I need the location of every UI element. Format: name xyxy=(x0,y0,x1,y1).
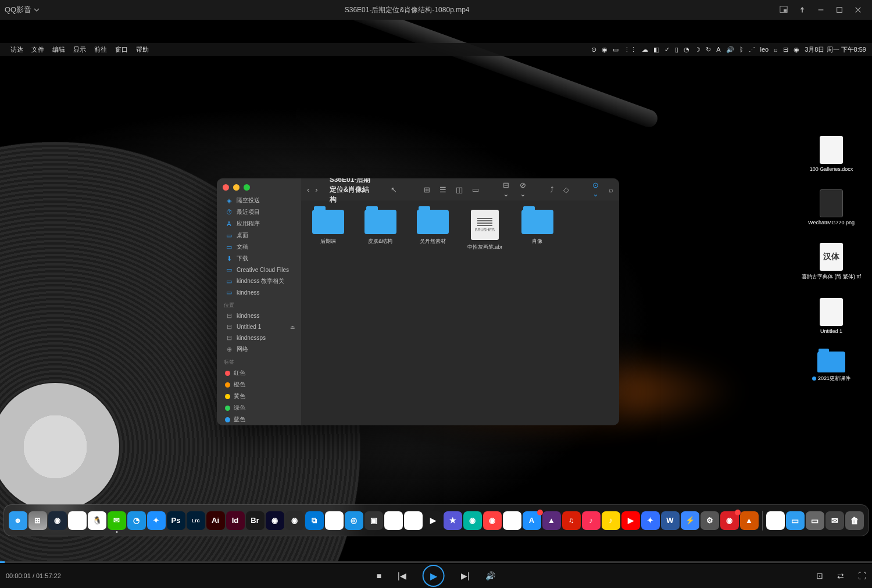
file-item[interactable]: 肖像 xyxy=(516,210,558,251)
bar-icon[interactable]: ▯ xyxy=(675,46,678,53)
desktop-item[interactable]: 汉体喜鹊古字典体 (简 繁体).ttf xyxy=(796,243,866,281)
dock-app-screenshot[interactable]: ▣ xyxy=(364,511,383,530)
sidebar-item[interactable]: A应用程序 xyxy=(217,218,301,230)
playlist-button[interactable]: ⇄ xyxy=(837,571,844,580)
menu-file[interactable]: 文件 xyxy=(31,45,44,54)
file-item[interactable]: BRUSHES中性灰画笔.abr xyxy=(464,210,506,251)
dock-app-word[interactable]: W xyxy=(661,511,680,530)
group-menu[interactable]: ⊟ ⌄ xyxy=(503,181,510,198)
dock-app-stats[interactable]: ▦ xyxy=(325,511,344,530)
moon-icon[interactable]: ☽ xyxy=(695,46,701,53)
dock-app-finder[interactable]: ☻ xyxy=(9,511,27,530)
screen-icon[interactable]: ▭ xyxy=(613,46,619,53)
dock-app-youtube[interactable]: ▶ xyxy=(621,511,640,530)
dock-app-lightroom[interactable]: Lrc xyxy=(187,511,205,530)
sidebar-item[interactable]: ▭桌面 xyxy=(217,230,301,241)
tag-button[interactable]: ◇ xyxy=(563,185,569,194)
spotlight-icon[interactable]: ⌕ xyxy=(774,46,778,53)
dock-app-wps[interactable]: W xyxy=(404,511,423,530)
close-traffic[interactable] xyxy=(223,184,229,191)
desktop-item[interactable]: WechatIMG770.png xyxy=(796,189,866,225)
dock-app-app2[interactable]: ◎ xyxy=(345,511,363,530)
desktop-item[interactable]: 100 Galleries.docx xyxy=(796,136,866,172)
dock-app-illustrator[interactable]: Ai xyxy=(206,511,225,530)
dock-app-affinity[interactable]: ▲ xyxy=(542,511,561,530)
menu-window[interactable]: 窗口 xyxy=(115,45,128,54)
dock-app-music[interactable]: ♪ xyxy=(582,511,601,530)
note-icon[interactable]: ✓ xyxy=(664,46,670,53)
ontop-button[interactable] xyxy=(793,3,812,17)
share-button[interactable]: ⤴ xyxy=(550,185,554,194)
dock-app-downloads[interactable]: ▭ xyxy=(786,511,805,530)
sidebar-tag[interactable]: 蓝色 xyxy=(217,414,301,425)
sidebar-tag[interactable]: 红色 xyxy=(217,367,301,379)
bluetooth-icon[interactable]: ᛒ xyxy=(739,46,744,53)
sidebar-item[interactable]: ⊟kindnessps xyxy=(217,332,301,343)
dock-app-bridge[interactable]: Br xyxy=(246,511,265,530)
dock-app-wechat[interactable]: ✉ xyxy=(108,511,126,530)
sidebar-tag[interactable]: 橙色 xyxy=(217,379,301,390)
search-button[interactable]: ⌕ xyxy=(609,185,613,194)
snapshot-button[interactable]: ⊡ xyxy=(816,571,823,580)
sidebar-item[interactable]: ▭kindness 教学相关 xyxy=(217,275,301,287)
input-icon[interactable]: A xyxy=(716,46,720,53)
back-button[interactable]: ‹ xyxy=(307,185,309,194)
control-center-icon[interactable]: ⊟ xyxy=(783,46,788,53)
minimize-traffic[interactable] xyxy=(233,184,240,191)
dock-app-captureone[interactable]: ◉ xyxy=(266,511,284,530)
volume-button[interactable]: 🔊 xyxy=(485,571,495,580)
sidebar-item[interactable]: ▭kindness xyxy=(217,287,301,298)
sidebar-item[interactable]: ⬇下载 xyxy=(217,253,301,264)
eject-icon[interactable]: ⏏ xyxy=(290,324,295,330)
dock-app-appstore[interactable]: A xyxy=(523,511,541,530)
dock-app-netease[interactable]: ♫ xyxy=(562,511,581,530)
close-button[interactable] xyxy=(849,3,867,17)
dock-app-feishu[interactable]: ✦ xyxy=(641,511,660,530)
menu-help[interactable]: 帮助 xyxy=(136,45,149,54)
forward-button[interactable]: › xyxy=(315,185,317,194)
datetime-label[interactable]: 3月8日 周一 下午8:59 xyxy=(805,45,866,54)
app-icon[interactable]: ⋮⋮ xyxy=(624,46,637,53)
maximize-button[interactable] xyxy=(830,3,849,17)
finder-file-grid[interactable]: 后期课皮肤&结构吴丹然素材BRUSHES中性灰画笔.abr肖像 xyxy=(301,200,619,425)
dock-app-thunder[interactable]: ⚡ xyxy=(681,511,699,530)
prev-button[interactable]: |◀ xyxy=(398,571,406,580)
sidebar-item[interactable]: ▭文稿 xyxy=(217,241,301,253)
dock-app-qq[interactable]: 🐧 xyxy=(88,511,106,530)
pip-button[interactable] xyxy=(774,3,793,17)
eye-icon[interactable]: ◉ xyxy=(602,46,607,53)
sidebar-item[interactable]: ⏱最近项目 xyxy=(217,206,301,218)
flag-icon[interactable]: ◧ xyxy=(653,46,659,53)
sidebar-item[interactable]: ◈隔空投送 xyxy=(217,195,301,206)
sidebar-tag[interactable]: 黄色 xyxy=(217,390,301,402)
dock-app-yy[interactable]: ◉ xyxy=(503,511,521,530)
dock-app-aliwangwang[interactable]: ◔ xyxy=(127,511,146,530)
dock-app-indesign[interactable]: Id xyxy=(226,511,245,530)
cursor-icon[interactable]: ↖ xyxy=(391,185,397,194)
dock-app-creative-cloud[interactable]: ◉ xyxy=(720,511,739,530)
dock-app-chrome[interactable]: ◎ xyxy=(68,511,87,530)
dock-app-obs[interactable]: ◉ xyxy=(285,511,304,530)
dock-app-folder2[interactable]: ▭ xyxy=(806,511,824,530)
menu-view[interactable]: 显示 xyxy=(73,45,86,54)
app-menu[interactable]: QQ影音 xyxy=(5,5,40,15)
dock-app-photos[interactable]: ✿ xyxy=(384,511,403,530)
volume-icon[interactable]: 🔊 xyxy=(726,46,734,53)
desktop-item[interactable]: 2021更新课件 xyxy=(796,352,866,382)
dock-app-tencent-video[interactable]: ▶ xyxy=(424,511,442,530)
sidebar-item[interactable]: ⊟kindness xyxy=(217,310,301,321)
dock-app-steam[interactable]: ◉ xyxy=(48,511,67,530)
headset-icon[interactable]: ◔ xyxy=(684,46,689,53)
dock-app-teal-app[interactable]: ◉ xyxy=(463,511,482,530)
sidebar-item[interactable]: ▭Creative Cloud Files xyxy=(217,264,301,275)
sidebar-tag[interactable]: 绿色 xyxy=(217,402,301,414)
sync-icon[interactable]: ↻ xyxy=(706,46,711,53)
fullscreen-button[interactable]: ⛶ xyxy=(858,571,866,580)
dock-app-notes[interactable]: ✎ xyxy=(766,511,785,530)
dock-app-trash[interactable]: 🗑 xyxy=(845,511,864,530)
dock-app-settings[interactable]: ⚙ xyxy=(701,511,719,530)
view-columns[interactable]: ◫ xyxy=(456,185,463,194)
more-button[interactable]: ⊙ ⌄ xyxy=(592,181,599,198)
dock-app-imovie[interactable]: ★ xyxy=(444,511,462,530)
sidebar-item[interactable]: ⊕网络 xyxy=(217,343,301,355)
